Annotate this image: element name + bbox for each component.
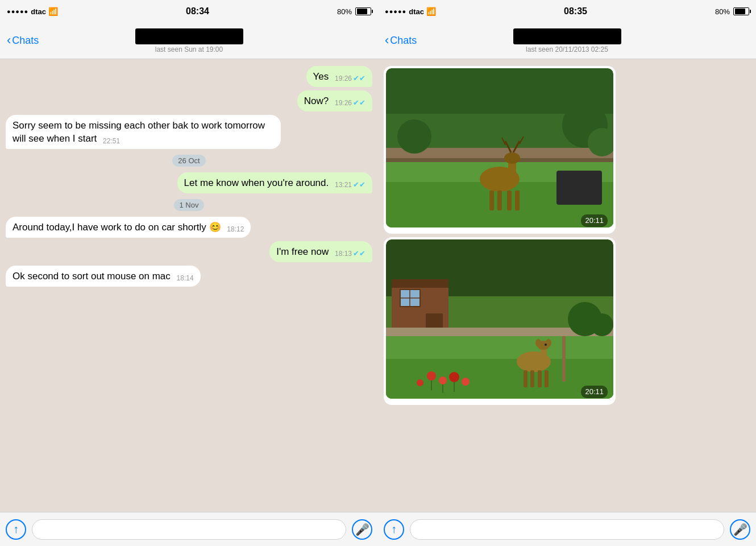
time-around: 18:12 bbox=[227, 225, 244, 234]
svg-rect-51 bbox=[545, 370, 549, 387]
bubble-meta-freenow: 18:13 ✔✔ bbox=[335, 249, 365, 259]
bubble-freenow: I'm free now 18:13 ✔✔ bbox=[269, 241, 372, 262]
svg-point-38 bbox=[462, 378, 470, 386]
bubble-text-around: Around today,I have work to do on car sh… bbox=[13, 222, 221, 233]
message-input-right[interactable] bbox=[410, 519, 724, 540]
bubble-text-freenow: I'm free now bbox=[276, 246, 329, 257]
svg-rect-4 bbox=[386, 158, 613, 163]
time-freenow: 18:13 bbox=[335, 249, 352, 258]
svg-rect-9 bbox=[508, 162, 516, 182]
bubble-sorry: Sorry seem to be missing each other bak … bbox=[6, 115, 281, 149]
carrier-label: dtac bbox=[31, 7, 46, 16]
svg-point-34 bbox=[427, 371, 436, 380]
back-chevron-left: ‹ bbox=[7, 33, 11, 48]
status-bar-right: ●●●●● dtac 📶 08:35 80% bbox=[378, 0, 756, 23]
svg-rect-25 bbox=[392, 279, 448, 288]
nav-bar-left: ‹ Chats last seen Sun at 19:00 bbox=[0, 23, 378, 59]
bubble-meta-now: 19:26 ✔✔ bbox=[335, 98, 365, 108]
svg-point-47 bbox=[545, 344, 547, 346]
checks-now: ✔✔ bbox=[353, 98, 365, 108]
left-phone-panel: ●●●●● dtac 📶 08:34 80% ‹ Chats last seen… bbox=[0, 0, 378, 546]
time-sorry: 22:51 bbox=[103, 136, 120, 146]
back-button-left[interactable]: ‹ Chats bbox=[7, 34, 39, 48]
back-chevron-right: ‹ bbox=[385, 33, 389, 48]
svg-point-37 bbox=[417, 379, 423, 386]
svg-rect-7 bbox=[556, 171, 602, 205]
bubble-meta-yes: 19:26 ✔✔ bbox=[335, 73, 365, 84]
deer-scene-1 bbox=[386, 68, 613, 228]
message-row-around: Around today,I have work to do on car sh… bbox=[6, 217, 372, 238]
bubble-letmeknow: Let me know when you're around. 13:21 ✔✔ bbox=[177, 172, 372, 193]
bubble-meta-letmeknow: 13:21 ✔✔ bbox=[335, 180, 365, 190]
checks-yes: ✔✔ bbox=[353, 73, 365, 84]
image-time-overlay-1: 20:11 bbox=[581, 214, 608, 227]
mic-button-left[interactable]: 🎤 bbox=[352, 519, 372, 540]
chat-area-right[interactable]: 20:11 bbox=[378, 59, 756, 512]
battery-icon bbox=[355, 7, 371, 15]
time-display: 08:34 bbox=[186, 6, 209, 16]
chat-area-left[interactable]: Yes 19:26 ✔✔ Now? 19:26 ✔✔ Sorry seem to… bbox=[0, 59, 378, 512]
signal-dots-right: ●●●●● bbox=[385, 8, 406, 15]
image-time-overlay-2: 20:11 bbox=[581, 386, 608, 398]
bubble-around: Around today,I have work to do on car sh… bbox=[6, 217, 251, 238]
nav-center-right: last seen 20/11/2013 02:25 bbox=[513, 28, 621, 53]
image-message-row-1: 20:11 bbox=[384, 66, 750, 234]
svg-rect-43 bbox=[541, 349, 547, 365]
svg-rect-50 bbox=[538, 370, 542, 387]
checks-freenow: ✔✔ bbox=[353, 249, 365, 259]
bubble-now: Now? 19:26 ✔✔ bbox=[297, 90, 372, 111]
status-right-right: 80% bbox=[715, 7, 749, 16]
right-phone-panel: ●●●●● dtac 📶 08:35 80% ‹ Chats last seen… bbox=[378, 0, 756, 546]
status-bar-left: ●●●●● dtac 📶 08:34 80% bbox=[0, 0, 378, 23]
svg-rect-48 bbox=[524, 370, 527, 387]
status-right: 80% bbox=[337, 7, 371, 16]
deer-scene-2 bbox=[386, 239, 613, 399]
bubble-oksecond: Ok second to sort out mouse on mac 18:14 bbox=[6, 266, 201, 287]
image-container-1: 20:11 bbox=[386, 68, 613, 231]
last-seen-left: last seen Sun at 19:00 bbox=[155, 46, 223, 53]
message-row-sorry: Sorry seem to be missing each other bak … bbox=[6, 115, 372, 149]
message-row-yes: Yes 19:26 ✔✔ bbox=[6, 66, 372, 87]
nav-center-left: last seen Sun at 19:00 bbox=[135, 28, 243, 53]
battery-percent-right: 80% bbox=[715, 7, 730, 16]
upload-button-left[interactable]: ↑ bbox=[6, 519, 26, 540]
battery-icon-right bbox=[733, 7, 749, 15]
svg-point-36 bbox=[449, 372, 459, 382]
date-separator-1nov: 1 Nov bbox=[6, 199, 372, 211]
carrier-label-right: dtac bbox=[409, 7, 424, 16]
message-row-now: Now? 19:26 ✔✔ bbox=[6, 90, 372, 111]
time-display-right: 08:35 bbox=[564, 6, 587, 16]
upload-button-right[interactable]: ↑ bbox=[384, 519, 404, 540]
contact-name-redacted-left bbox=[135, 28, 243, 44]
wifi-icon: 📶 bbox=[48, 7, 58, 16]
input-bar-left: ↑ 🎤 bbox=[0, 512, 378, 546]
mic-button-right[interactable]: 🎤 bbox=[730, 519, 750, 540]
message-input-left[interactable] bbox=[32, 519, 346, 540]
message-row-oksecond: Ok second to sort out mouse on mac 18:14 bbox=[6, 266, 372, 287]
bubble-text-letmeknow: Let me know when you're around. bbox=[184, 177, 329, 188]
svg-rect-18 bbox=[515, 191, 520, 210]
bubble-text-sorry: Sorry seem to be missing each other bak … bbox=[13, 120, 265, 144]
svg-rect-33 bbox=[386, 359, 613, 399]
checks-letmeknow: ✔✔ bbox=[353, 180, 365, 190]
svg-point-45 bbox=[535, 339, 541, 347]
time-letmeknow: 13:21 bbox=[335, 180, 352, 189]
date-separator-26oct: 26 Oct bbox=[6, 155, 372, 167]
date-label-1nov: 1 Nov bbox=[174, 199, 205, 211]
bubble-yes: Yes 19:26 ✔✔ bbox=[306, 66, 373, 87]
time-yes: 19:26 bbox=[335, 74, 352, 83]
image-message-row-2: 20:11 bbox=[384, 237, 750, 405]
signal-dots: ●●●●● bbox=[7, 8, 28, 15]
svg-rect-49 bbox=[530, 370, 534, 387]
bubble-meta-sorry: 22:51 bbox=[103, 136, 120, 146]
date-label-26oct: 26 Oct bbox=[172, 155, 205, 167]
time-now: 19:26 bbox=[335, 98, 352, 107]
svg-rect-17 bbox=[507, 191, 512, 210]
back-button-right[interactable]: ‹ Chats bbox=[385, 34, 417, 48]
bubble-text-oksecond: Ok second to sort out mouse on mac bbox=[13, 271, 171, 282]
message-row-freenow: I'm free now 18:13 ✔✔ bbox=[6, 241, 372, 262]
image-bubble-2: 20:11 bbox=[384, 237, 616, 405]
image-container-2: 20:11 bbox=[386, 239, 613, 403]
svg-rect-16 bbox=[497, 191, 502, 210]
back-label-right: Chats bbox=[390, 35, 417, 47]
